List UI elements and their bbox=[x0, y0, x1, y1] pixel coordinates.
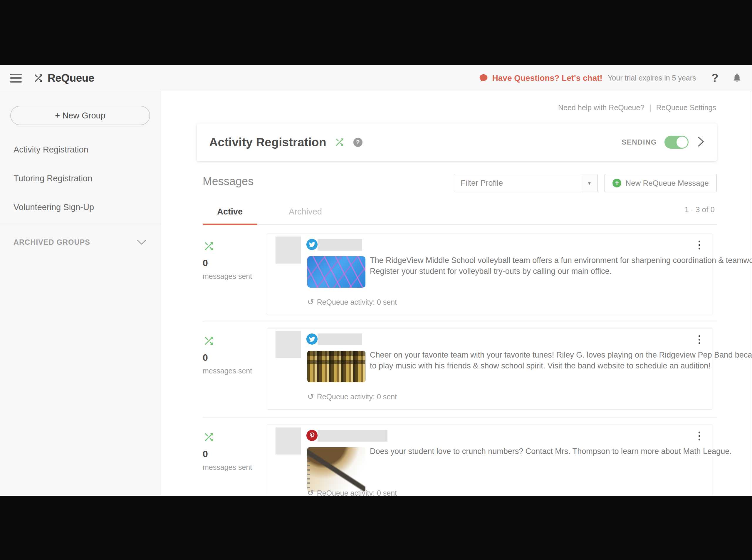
message-card[interactable]: Cheer on your favorite team with your fa… bbox=[267, 328, 712, 409]
sidebar-item-volunteering-signup[interactable]: Volunteering Sign-Up bbox=[0, 193, 161, 222]
sending-label: SENDING bbox=[622, 138, 657, 146]
message-row-stats: 0 messages sent bbox=[203, 234, 267, 281]
chat-link-label[interactable]: Have Questions? Let's chat! bbox=[492, 74, 603, 83]
need-help-link[interactable]: Need help with ReQueue? bbox=[558, 103, 644, 112]
row-divider bbox=[203, 321, 717, 321]
messages-sent-count: 0 bbox=[203, 352, 267, 363]
requeue-activity: ↺ ReQueue activity: 0 sent bbox=[307, 392, 397, 401]
pinterest-icon bbox=[306, 430, 318, 441]
app-title: ReQueue bbox=[47, 72, 94, 84]
requeue-activity-text: ReQueue activity: 0 sent bbox=[317, 298, 397, 306]
history-icon: ↺ bbox=[307, 297, 314, 307]
group-header-card: Activity Registration ? SENDING bbox=[197, 123, 717, 161]
tab-archived[interactable]: Archived bbox=[278, 203, 332, 224]
toggle-knob bbox=[676, 137, 688, 148]
sending-toggle[interactable] bbox=[665, 136, 689, 149]
messages-sent-count: 0 bbox=[203, 449, 267, 460]
message-text: The RidgeView Middle School volleyball t… bbox=[370, 255, 752, 277]
sidebar-divider bbox=[0, 225, 161, 225]
message-row: 0 messages sent The RidgeView Middle Sch… bbox=[203, 234, 717, 315]
brass-instruments-photo bbox=[307, 351, 365, 382]
messages-sent-label: messages sent bbox=[203, 463, 267, 472]
twitter-icon bbox=[306, 239, 318, 250]
messages-sent-label: messages sent bbox=[203, 367, 267, 375]
history-icon: ↺ bbox=[307, 392, 314, 401]
app-logo: ReQueue bbox=[33, 72, 94, 84]
message-row: 0 messages sent Cheer on your favorite t… bbox=[203, 328, 717, 409]
group-help-icon[interactable]: ? bbox=[353, 138, 363, 147]
avatar-placeholder bbox=[276, 331, 301, 358]
letterbox-top bbox=[0, 0, 752, 65]
chevron-right-icon[interactable] bbox=[697, 136, 705, 148]
account-name-placeholder bbox=[318, 334, 362, 345]
message-text: Cheer on your favorite team with your fa… bbox=[370, 349, 752, 372]
shuffle-icon[interactable] bbox=[203, 431, 215, 443]
link-separator: | bbox=[649, 103, 651, 112]
shuffle-icon[interactable] bbox=[203, 335, 215, 347]
requeue-settings-link[interactable]: ReQueue Settings bbox=[656, 103, 716, 112]
avatar-placeholder bbox=[276, 237, 301, 263]
requeue-activity-text: ReQueue activity: 0 sent bbox=[317, 393, 397, 401]
kebab-menu-icon[interactable] bbox=[697, 429, 702, 443]
twitter-icon bbox=[306, 334, 318, 345]
sidebar: + New Group Activity Registration Tutori… bbox=[0, 91, 161, 495]
account-name-placeholder bbox=[318, 239, 362, 251]
messages-tabs: Active Archived bbox=[203, 203, 717, 225]
main-content: Need help with ReQueue? | ReQueue Settin… bbox=[161, 91, 752, 495]
chat-link[interactable]: Have Questions? Let's chat! bbox=[479, 74, 603, 83]
messages-sent-count: 0 bbox=[203, 258, 267, 268]
new-requeue-message-button[interactable]: + New ReQueue Message bbox=[605, 174, 717, 192]
chevron-down-icon bbox=[137, 239, 147, 245]
app-window: ReQueue Have Questions? Let's chat! Your… bbox=[0, 65, 752, 496]
message-row: 0 messages sent Does your student love t… bbox=[203, 424, 717, 506]
help-icon[interactable]: ? bbox=[711, 72, 718, 85]
plus-circle-icon: + bbox=[612, 179, 621, 187]
dropdown-arrow-icon: ▼ bbox=[581, 174, 597, 192]
account-name-placeholder bbox=[318, 430, 387, 442]
requeue-activity: ↺ ReQueue activity: 0 sent bbox=[307, 297, 397, 307]
messages-heading: Messages bbox=[203, 175, 253, 188]
kebab-menu-icon[interactable] bbox=[697, 333, 702, 347]
shuffle-icon[interactable] bbox=[203, 240, 215, 253]
volleyball-net-photo bbox=[307, 256, 365, 288]
message-row-stats: 0 messages sent bbox=[203, 328, 267, 375]
messages-sent-label: messages sent bbox=[203, 272, 267, 281]
group-title: Activity Registration bbox=[209, 136, 326, 149]
letterbox-bottom bbox=[0, 496, 752, 560]
trial-status-text: Your trial expires in 5 years bbox=[608, 74, 696, 82]
chat-bubble-icon bbox=[479, 74, 488, 83]
new-group-button[interactable]: + New Group bbox=[10, 106, 150, 125]
new-requeue-message-label: New ReQueue Message bbox=[625, 179, 709, 188]
screen: ReQueue Have Questions? Let's chat! Your… bbox=[0, 0, 752, 560]
pagination-text: 1 - 3 of 0 bbox=[685, 205, 715, 214]
filter-profile-select[interactable]: Filter Profile ▼ bbox=[454, 174, 598, 192]
message-card[interactable]: The RidgeView Middle School volleyball t… bbox=[267, 234, 712, 315]
filter-profile-value: Filter Profile bbox=[454, 174, 581, 192]
sidebar-item-activity-registration[interactable]: Activity Registration bbox=[0, 135, 161, 164]
message-text: Does your student love to crunch numbers… bbox=[370, 446, 752, 457]
message-card[interactable]: Does your student love to crunch numbers… bbox=[267, 424, 712, 506]
message-row-stats: 0 messages sent bbox=[203, 424, 267, 472]
app-header: ReQueue Have Questions? Let's chat! Your… bbox=[0, 65, 752, 91]
archived-groups-toggle[interactable]: ARCHIVED GROUPS bbox=[0, 232, 161, 253]
avatar-placeholder bbox=[276, 427, 301, 455]
notebook-pen-photo bbox=[307, 447, 365, 492]
help-links-row: Need help with ReQueue? | ReQueue Settin… bbox=[558, 103, 716, 112]
shuffle-icon bbox=[334, 137, 345, 148]
tab-active[interactable]: Active bbox=[203, 203, 257, 225]
group-list: Activity Registration Tutoring Registrat… bbox=[0, 135, 161, 222]
archived-groups-label: ARCHIVED GROUPS bbox=[14, 238, 90, 246]
hamburger-menu-icon[interactable] bbox=[10, 74, 22, 83]
sidebar-item-tutoring-registration[interactable]: Tutoring Registration bbox=[0, 164, 161, 193]
notifications-bell-icon[interactable] bbox=[732, 73, 742, 84]
kebab-menu-icon[interactable] bbox=[697, 238, 702, 252]
shuffle-icon bbox=[33, 73, 44, 84]
